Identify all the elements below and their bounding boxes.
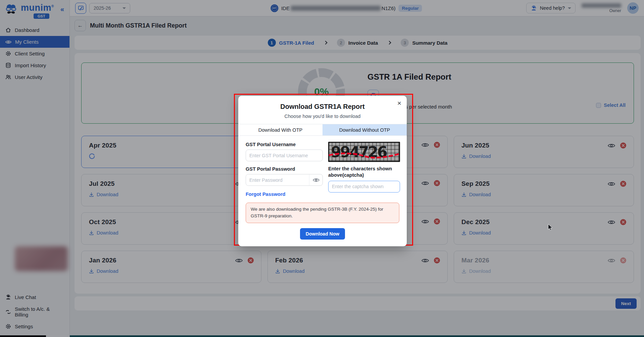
tab-download-with-otp[interactable]: Download With OTP	[238, 124, 323, 135]
forgot-password-link[interactable]: Forgot Password	[246, 192, 285, 197]
username-label: GST Portal Username	[246, 142, 323, 147]
captcha-input[interactable]	[328, 181, 400, 193]
download-now-button[interactable]: Download Now	[300, 228, 345, 240]
password-field	[246, 174, 323, 186]
modal-subtitle: Choose how you'd like to download	[238, 114, 407, 119]
password-label: GST Portal Password	[246, 166, 323, 172]
modal-title: Download GSTR1A Report	[245, 103, 400, 111]
mouse-cursor	[548, 224, 553, 231]
tab-download-without-otp[interactable]: Download Without OTP	[323, 124, 407, 135]
captcha-label: Enter the characters shown above(captcha…	[328, 166, 400, 178]
password-input[interactable]	[246, 174, 309, 185]
close-icon[interactable]: ×	[397, 99, 401, 107]
captcha-image: 994726	[328, 142, 400, 162]
download-gstr1a-modal: Download GSTR1A Report × Choose how you'…	[238, 96, 407, 246]
show-password-icon[interactable]	[309, 174, 323, 185]
username-input[interactable]	[246, 150, 323, 161]
modal-tabs: Download With OTP Download Without OTP	[238, 124, 407, 136]
gstr3b-warning-note: We are also downloading the pending GSTR…	[246, 203, 399, 223]
